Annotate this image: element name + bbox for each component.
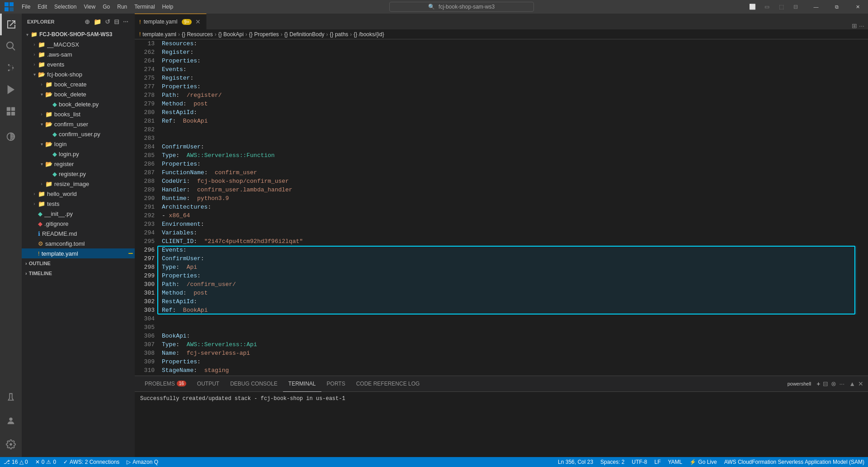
login-py-label: login.py bbox=[59, 151, 135, 157]
sidebar-toggle[interactable]: ⬜ bbox=[746, 2, 759, 11]
split-editor-icon[interactable]: ⊞ bbox=[852, 22, 857, 29]
sidebar-item-template-yaml[interactable]: › ! template.yaml bbox=[22, 248, 135, 258]
more-terminal-icon[interactable]: ··· bbox=[839, 380, 844, 387]
sidebar-item-confirm-user[interactable]: ▾ 📂 confirm_user bbox=[22, 119, 135, 129]
chevron-down-icon: ▾ bbox=[38, 92, 45, 97]
layout-toggle2[interactable]: ▭ bbox=[760, 2, 773, 11]
menu-go[interactable]: Go bbox=[99, 0, 113, 14]
sidebar-actions: ⊕ 📁 ↺ ⊟ ··· bbox=[84, 17, 129, 26]
status-spaces[interactable]: Spaces: 2 bbox=[597, 457, 628, 467]
code-editor[interactable]: Resources: Register: Properties: Events:… bbox=[157, 39, 862, 376]
menu-run[interactable]: Run bbox=[113, 0, 131, 14]
status-position[interactable]: Ln 356, Col 23 bbox=[554, 457, 597, 467]
new-folder-icon[interactable]: 📁 bbox=[93, 17, 102, 26]
activity-extensions[interactable] bbox=[0, 100, 22, 122]
menu-help[interactable]: Help bbox=[159, 0, 177, 14]
breadcrumb-bookapi[interactable]: {} BookApi bbox=[218, 31, 244, 38]
sidebar-item-macosx[interactable]: › 📁 __MACOSX bbox=[22, 39, 135, 49]
breadcrumb-properties[interactable]: {} Properties bbox=[249, 31, 279, 38]
sidebar-item-hello-world[interactable]: › 📁 hello_world bbox=[22, 189, 135, 199]
sidebar-item-gitignore[interactable]: › ◆ .gitignore bbox=[22, 219, 135, 229]
layout-toggle4[interactable]: ⊟ bbox=[789, 2, 802, 11]
panel-tab-code-reference[interactable]: CODE REFERENCE LOG bbox=[351, 376, 425, 392]
sidebar-item-login[interactable]: ▾ 📂 login bbox=[22, 139, 135, 149]
sidebar-item-register[interactable]: ▾ 📂 register bbox=[22, 159, 135, 169]
menu-edit[interactable]: Edit bbox=[34, 0, 51, 14]
sidebar-item-events[interactable]: › 📁 events bbox=[22, 59, 135, 69]
status-go-live[interactable]: ⚡ Go Live bbox=[686, 457, 720, 467]
status-language[interactable]: YAML bbox=[665, 457, 686, 467]
status-encoding[interactable]: UTF-8 bbox=[628, 457, 651, 467]
collapse-icon[interactable]: ⊟ bbox=[113, 17, 120, 26]
sidebar-item-book-delete[interactable]: ▾ 📂 book_delete bbox=[22, 89, 135, 99]
sidebar-item-resize-image[interactable]: › 📁 resize_image bbox=[22, 179, 135, 189]
sidebar-item-readme[interactable]: › ℹ README.md bbox=[22, 229, 135, 238]
breadcrumb-definitionbody[interactable]: {} DefinitionBody bbox=[284, 31, 325, 38]
tab-template-yaml[interactable]: ! template.yaml 9+ ✕ bbox=[135, 14, 207, 29]
sidebar-item-register-py[interactable]: › ◆ register.py bbox=[22, 169, 135, 179]
status-eol[interactable]: LF bbox=[651, 457, 664, 467]
menu-selection[interactable]: Selection bbox=[51, 0, 80, 14]
sidebar-item-login-py[interactable]: › ◆ login.py bbox=[22, 149, 135, 159]
activity-explorer[interactable] bbox=[0, 14, 22, 35]
tab-close-icon[interactable]: ✕ bbox=[194, 18, 202, 25]
split-terminal-icon[interactable]: ⊟ bbox=[823, 380, 828, 387]
more-icon[interactable]: ··· bbox=[859, 22, 864, 29]
refresh-icon[interactable]: ↺ bbox=[104, 17, 111, 26]
menu-terminal[interactable]: Terminal bbox=[131, 0, 158, 14]
panel-tab-ports[interactable]: PORTS bbox=[321, 376, 351, 392]
terminal-content[interactable]: Successfully created/updated stack - fcj… bbox=[135, 392, 868, 457]
add-terminal-icon[interactable]: + bbox=[816, 380, 820, 387]
panel-tab-terminal[interactable]: TERMINAL bbox=[283, 376, 321, 392]
breadcrumb-file[interactable]: template.yaml bbox=[142, 31, 176, 38]
menu-view[interactable]: View bbox=[80, 0, 99, 14]
new-file-icon[interactable]: ⊕ bbox=[84, 17, 91, 26]
chevron-right-icon: › bbox=[31, 62, 38, 67]
sidebar-item-aws-sam[interactable]: › 📁 .aws-sam bbox=[22, 49, 135, 59]
sidebar-item-book-delete-py[interactable]: › ◆ book_delete.py bbox=[22, 99, 135, 109]
status-amazon-q[interactable]: ▷ Amazon Q bbox=[123, 457, 162, 467]
sidebar-item-tests[interactable]: › 📁 tests bbox=[22, 199, 135, 209]
close-panel-icon[interactable]: ✕ bbox=[858, 380, 863, 387]
breadcrumb-resources[interactable]: {} Resources bbox=[182, 31, 213, 38]
titlebar-left: File Edit Selection View Go Run Terminal… bbox=[0, 0, 177, 14]
sidebar-item-books-list[interactable]: › 📁 books_list bbox=[22, 109, 135, 119]
line-number: 292 bbox=[137, 211, 155, 220]
sidebar-item-confirm-user-py[interactable]: › ◆ confirm_user.py bbox=[22, 129, 135, 139]
tree-root[interactable]: ▾ 📁 FCJ-BOOK-SHOP-SAM-WS3 bbox=[22, 29, 135, 39]
more-actions-icon[interactable]: ··· bbox=[122, 17, 129, 26]
sidebar-item-fcj-book-shop[interactable]: ▾ 📂 fcj-book-shop bbox=[22, 69, 135, 79]
breadcrumb-paths[interactable]: {} paths bbox=[330, 31, 349, 38]
activity-run[interactable] bbox=[0, 79, 22, 100]
panel-tab-output[interactable]: OUTPUT bbox=[192, 376, 225, 392]
breadcrumb-books-id[interactable]: {} /books/{id} bbox=[354, 31, 384, 38]
minimize-button[interactable]: — bbox=[806, 0, 826, 14]
status-sam[interactable]: AWS CloudFormation Serverless Applicatio… bbox=[721, 457, 868, 467]
panel-tab-problems[interactable]: PROBLEMS 16 bbox=[139, 376, 192, 392]
maximize-button[interactable]: ⧉ bbox=[826, 0, 847, 14]
maximize-panel-icon[interactable]: ▲ bbox=[849, 380, 855, 387]
timeline-section[interactable]: › TIMELINE bbox=[22, 268, 135, 278]
activity-aws[interactable] bbox=[0, 126, 22, 148]
activity-settings[interactable] bbox=[0, 434, 22, 455]
line-number: 289 bbox=[137, 186, 155, 194]
sidebar-item-samconfig[interactable]: › ⚙ samconfig.toml bbox=[22, 238, 135, 248]
activity-source-control[interactable] bbox=[0, 57, 22, 79]
status-right: Ln 356, Col 23 Spaces: 2 UTF-8 LF YAML ⚡… bbox=[554, 457, 868, 467]
outline-section[interactable]: › OUTLINE bbox=[22, 258, 135, 268]
status-aws[interactable]: ✓ AWS: 2 Connections bbox=[60, 457, 123, 467]
status-errors[interactable]: ✕ 0 ⚠ 0 bbox=[32, 457, 60, 467]
status-git[interactable]: ⎇ 16 △ 0 bbox=[0, 457, 32, 467]
activity-search[interactable] bbox=[0, 35, 22, 57]
sidebar-item-init-py[interactable]: › ◆ __init__.py bbox=[22, 209, 135, 219]
panel-tab-debug[interactable]: DEBUG CONSOLE bbox=[225, 376, 283, 392]
activity-account[interactable] bbox=[0, 410, 22, 432]
sidebar-item-book-create[interactable]: › 📁 book_create bbox=[22, 79, 135, 89]
layout-toggle3[interactable]: ⬚ bbox=[775, 2, 788, 11]
activity-test[interactable] bbox=[0, 386, 22, 408]
scrollbar[interactable] bbox=[862, 39, 868, 376]
kill-terminal-icon[interactable]: ⊗ bbox=[831, 380, 836, 387]
close-button[interactable]: ✕ bbox=[847, 0, 868, 14]
search-bar[interactable]: 🔍 fcj-book-shop-sam-ws3 bbox=[389, 2, 534, 12]
menu-file[interactable]: File bbox=[18, 0, 34, 14]
